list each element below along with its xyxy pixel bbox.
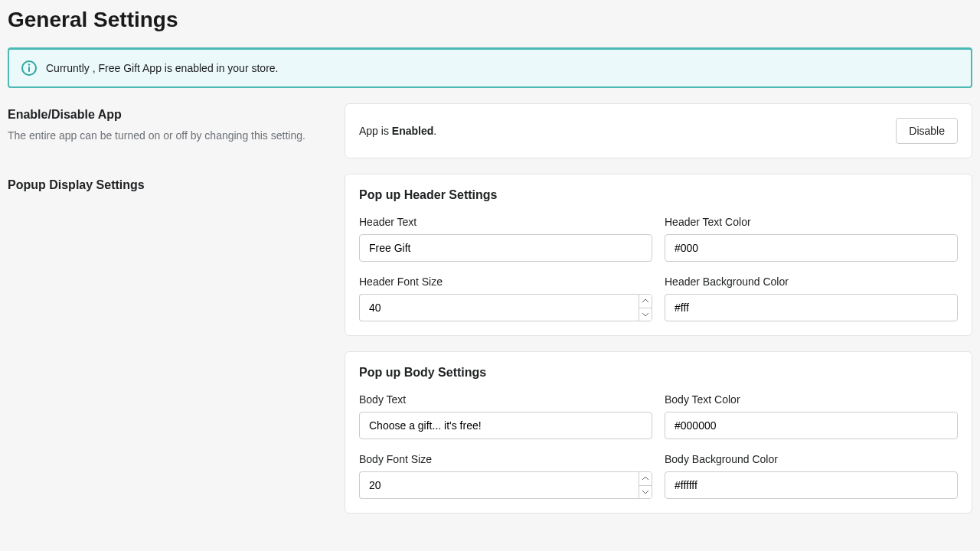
popup-body-card: Pop up Body Settings Body Text Body Text… bbox=[345, 351, 972, 514]
body-bg-color-input[interactable] bbox=[665, 471, 958, 499]
header-font-size-label: Header Font Size bbox=[359, 276, 652, 288]
body-text-color-input[interactable] bbox=[665, 412, 958, 439]
svg-rect-2 bbox=[28, 67, 30, 72]
popup-body-heading: Pop up Body Settings bbox=[359, 366, 958, 380]
disable-button[interactable]: Disable bbox=[896, 118, 958, 144]
body-text-color-label: Body Text Color bbox=[665, 393, 958, 406]
body-font-size-increment[interactable] bbox=[639, 472, 652, 486]
info-icon bbox=[21, 60, 37, 76]
header-text-input[interactable] bbox=[359, 234, 652, 262]
chevron-down-icon bbox=[642, 490, 648, 494]
header-text-color-input[interactable] bbox=[665, 234, 958, 262]
header-text-label: Header Text bbox=[359, 216, 652, 228]
section-title-enable: Enable/Disable App bbox=[8, 108, 329, 122]
header-font-size-input[interactable] bbox=[359, 294, 639, 321]
popup-display-section: Popup Display Settings Pop up Header Set… bbox=[8, 174, 972, 514]
chevron-down-icon bbox=[642, 312, 648, 316]
svg-point-1 bbox=[28, 64, 30, 65]
body-text-label: Body Text bbox=[359, 393, 652, 406]
chevron-up-icon bbox=[642, 299, 648, 303]
section-desc-enable: The entire app can be turned on or off b… bbox=[8, 129, 329, 142]
header-bg-color-input[interactable] bbox=[665, 294, 958, 321]
banner-message: Curruntly , Free Gift App is enabled in … bbox=[46, 62, 278, 74]
section-title-popup: Popup Display Settings bbox=[8, 178, 329, 192]
popup-header-card: Pop up Header Settings Header Text Heade… bbox=[345, 174, 972, 336]
body-font-size-label: Body Font Size bbox=[359, 453, 652, 465]
header-bg-color-label: Header Background Color bbox=[665, 276, 958, 288]
enable-disable-section: Enable/Disable App The entire app can be… bbox=[8, 103, 972, 158]
app-status-text: App is Enabled. bbox=[359, 125, 436, 137]
enable-card: App is Enabled. Disable bbox=[345, 103, 972, 158]
status-banner: Curruntly , Free Gift App is enabled in … bbox=[8, 47, 972, 88]
chevron-up-icon bbox=[642, 477, 648, 481]
body-text-input[interactable] bbox=[359, 412, 652, 439]
body-font-size-input[interactable] bbox=[359, 471, 639, 499]
header-text-color-label: Header Text Color bbox=[665, 216, 958, 228]
header-font-size-increment[interactable] bbox=[639, 295, 652, 308]
page-title: General Settings bbox=[8, 8, 972, 32]
body-font-size-decrement[interactable] bbox=[639, 486, 652, 499]
body-bg-color-label: Body Background Color bbox=[665, 453, 958, 465]
popup-header-heading: Pop up Header Settings bbox=[359, 188, 958, 202]
header-font-size-decrement[interactable] bbox=[639, 308, 652, 321]
